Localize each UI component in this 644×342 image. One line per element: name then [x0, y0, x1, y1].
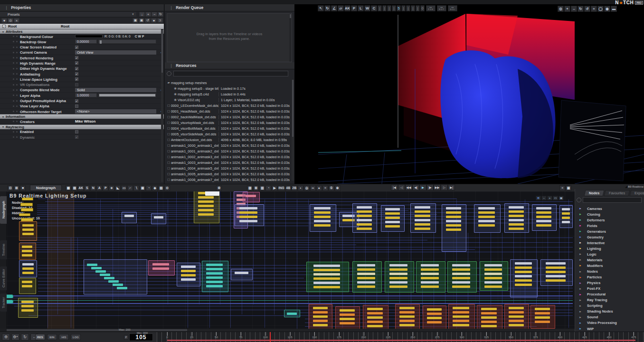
keyframe-dot-icon[interactable] — [16, 121, 18, 122]
camera-slot-[interactable]: | — [416, 5, 420, 11]
node-chip[interactable] — [239, 207, 257, 209]
viewport-fit-icon[interactable]: ↔ — [571, 6, 577, 12]
nodes-panel-tab-nodes[interactable]: Nodes — [584, 190, 605, 196]
yellow-node-chip[interactable] — [19, 213, 30, 216]
one-badge[interactable]: ① — [329, 185, 334, 191]
viewport-bookmark-icon[interactable]: ▬ — [611, 6, 617, 12]
viewport-zoom-icon[interactable]: ◯ — [597, 6, 604, 12]
node-chip[interactable] — [509, 311, 524, 314]
autokey-toggle[interactable]: AK — [344, 5, 350, 11]
node-chip[interactable] — [484, 285, 502, 288]
resource-row-visorled2-obj[interactable]: ◉VisorLED2.obj1 Layer, 1 Material, loade… — [165, 97, 291, 103]
expand-arrow-icon[interactable]: ► — [579, 287, 584, 290]
node-category-nodes[interactable]: ►Nodes — [575, 269, 644, 275]
prop-row-high-dynamic-range[interactable]: High Dynamic Range✓ — [0, 60, 164, 66]
node-chip[interactable] — [509, 324, 524, 326]
node-chip[interactable] — [22, 250, 32, 252]
node-chip[interactable] — [313, 307, 328, 309]
prop-row-vr-optimisations[interactable]: VR Optimisations — [0, 82, 164, 87]
node-chip[interactable] — [536, 211, 551, 214]
node-chip[interactable] — [313, 320, 328, 322]
checkbox-linear-space-lighting[interactable]: ✓ — [75, 77, 78, 81]
node-chip[interactable] — [427, 321, 442, 323]
node-chip[interactable] — [515, 262, 532, 265]
slider-thumb[interactable] — [100, 40, 102, 44]
node-chip[interactable] — [481, 321, 497, 323]
node-chip[interactable] — [108, 280, 119, 283]
prop-row-current-camera[interactable]: Current CameraOrbit View▾ — [0, 50, 164, 55]
node-chip[interactable] — [152, 267, 169, 270]
node-chip[interactable] — [421, 264, 439, 266]
keyframe-dot-icon[interactable] — [16, 52, 18, 53]
camera-slot-5[interactable]: 5 — [397, 5, 401, 11]
node-category-interactive[interactable]: ►Interactive — [575, 240, 644, 246]
node-group-ol[interactable] — [194, 191, 219, 223]
node-chip[interactable] — [546, 275, 566, 277]
keyframe-dot-icon[interactable] — [16, 36, 18, 37]
expand-arrow-icon[interactable]: ► — [579, 282, 584, 285]
prop-row-dynamic[interactable]: Dynamic✓ — [0, 134, 164, 140]
pin-icon[interactable]: P — [103, 185, 108, 191]
resource-row-0000-ledcentremask-dxt-dds[interactable]: ▢0000_LEDcentreMask_dxt.dds1024 x 1024, … — [165, 103, 291, 108]
node-chip[interactable] — [340, 309, 355, 312]
resources-search-input[interactable] — [173, 71, 288, 76]
checkbox-output-premultiplied-alpha[interactable]: ✓ — [75, 99, 78, 103]
resources-filter-icon[interactable] — [167, 71, 171, 76]
viewport-rotate-icon[interactable]: ↻ — [578, 6, 584, 12]
keyframe-dot-icon[interactable] — [16, 41, 18, 42]
node-chip[interactable] — [100, 274, 110, 276]
node-category-cameras[interactable]: ►Cameras — [575, 206, 644, 211]
node-chip[interactable] — [452, 264, 470, 266]
node-chip[interactable] — [152, 263, 169, 266]
node-chip[interactable] — [453, 324, 469, 326]
dot-icon[interactable]: ⊙ — [164, 185, 170, 191]
record-icon[interactable]: ● — [316, 185, 322, 191]
node-group-wh[interactable] — [205, 191, 219, 196]
node-chip[interactable] — [535, 308, 550, 310]
dropdown-offscreen-render-target[interactable]: <None> — [75, 109, 156, 114]
node-chip[interactable] — [415, 210, 430, 213]
node-chip[interactable] — [21, 305, 34, 307]
dropdown-composite-blend-mode[interactable]: Solid — [75, 88, 156, 92]
keyframe-dot-icon[interactable] — [16, 131, 18, 133]
nodegraph-corner-tab[interactable]: ◢ B9 Realtime — [625, 185, 644, 188]
node-chip[interactable] — [478, 211, 495, 214]
node-chip[interactable] — [181, 270, 196, 272]
node-category-fields[interactable]: ►Fields — [575, 223, 644, 228]
checkbox-clear-screen-enabled[interactable]: ✓ — [75, 46, 78, 49]
hatch-icon[interactable]: ▨ — [158, 185, 164, 191]
resource-row-0005-visorsidemask-dxt-dds[interactable]: ▢0005_visorSideMask_dxt.dds1024 x 1024, … — [165, 131, 291, 137]
panel-grip-icon[interactable]: ❘ — [170, 63, 173, 68]
node-chip[interactable] — [313, 315, 328, 318]
export-icon[interactable]: ▧ — [247, 185, 253, 191]
node-chip[interactable] — [22, 267, 34, 270]
keyframe-dot-icon[interactable] — [13, 89, 14, 91]
node-chip[interactable] — [357, 277, 375, 279]
node-chip[interactable] — [357, 281, 375, 284]
node-chip[interactable] — [367, 312, 383, 314]
node-chip[interactable] — [113, 284, 123, 286]
node-chip[interactable] — [367, 316, 383, 319]
node-chip[interactable] — [399, 311, 415, 314]
camera-slot-[interactable]: | — [387, 5, 391, 11]
node-chip[interactable] — [481, 308, 497, 310]
node-group-bl[interactable] — [532, 204, 557, 231]
node-chip[interactable] — [478, 220, 495, 222]
expand-arrow-icon[interactable]: ► — [579, 258, 584, 261]
step-forward-button[interactable]: |▶ — [426, 184, 434, 190]
viewport-camera-icon[interactable]: ◉ — [604, 6, 610, 12]
expand-arrow-icon[interactable]: ► — [579, 276, 584, 279]
panel-grip-icon[interactable]: ❘ — [5, 5, 8, 10]
node-chip[interactable] — [313, 277, 340, 280]
number-field[interactable]: 1.00000 — [75, 93, 97, 97]
node-group-rd[interactable] — [363, 305, 388, 329]
node-chip[interactable] — [453, 315, 469, 318]
step-back-button[interactable]: ◀| — [412, 184, 419, 190]
magnify-icon[interactable]: ◎ — [304, 185, 310, 191]
list-icon[interactable]: ≡ — [322, 185, 328, 191]
keyframe-dot-icon[interactable] — [16, 47, 18, 48]
node-chip[interactable] — [198, 200, 214, 203]
node-chip[interactable] — [536, 216, 551, 218]
expand-arrow-icon[interactable]: ► — [579, 322, 584, 324]
node-chip[interactable] — [385, 208, 400, 210]
